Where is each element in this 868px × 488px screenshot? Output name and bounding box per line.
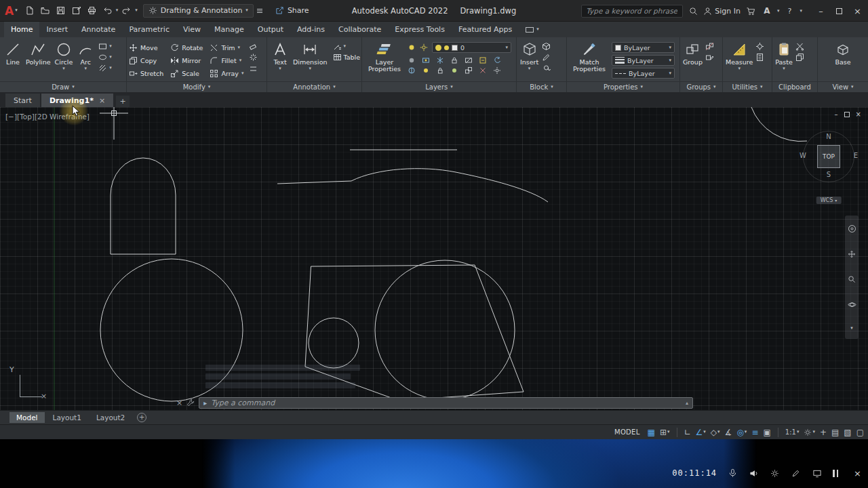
drawn-door-shape[interactable] xyxy=(111,158,176,254)
group-tool[interactable]: Group xyxy=(683,40,703,66)
layer-isolate-icon[interactable] xyxy=(422,56,430,64)
save-as-button[interactable] xyxy=(69,3,83,18)
move-tool[interactable]: Move xyxy=(129,43,163,52)
selection-cycling-toggle[interactable]: ▣ xyxy=(763,428,770,437)
workspace-switching-button[interactable]: ▾ xyxy=(804,428,815,436)
share-button[interactable]: Share xyxy=(275,6,309,15)
tab-output[interactable]: Output xyxy=(251,22,290,37)
drawn-circle-right[interactable] xyxy=(375,260,515,400)
stretch-tool[interactable]: Stretch xyxy=(129,69,163,78)
layer-match-icon[interactable] xyxy=(420,43,428,52)
workspace-switcher-dropdown[interactable]: Drafting & Annotation ▾ xyxy=(143,4,254,18)
application-menu-button[interactable]: A ▾ xyxy=(0,0,22,22)
ortho-mode-toggle[interactable]: ∟ xyxy=(684,428,691,437)
viewcube[interactable]: N W E S TOP WCS ▾ xyxy=(798,126,859,214)
save-button[interactable] xyxy=(54,3,68,18)
panel-draw-label[interactable]: Draw▾ xyxy=(0,81,126,92)
edit-block-tool[interactable] xyxy=(542,53,551,62)
base-view-tool[interactable]: Base xyxy=(834,40,852,66)
ungroup-tool[interactable] xyxy=(705,42,714,51)
steering-wheel-icon[interactable] xyxy=(848,224,856,233)
tab-addins[interactable]: Add-ins xyxy=(290,22,332,37)
undo-button[interactable] xyxy=(100,3,115,18)
tab-view[interactable]: View xyxy=(176,22,208,37)
layer-unisolate-icon[interactable] xyxy=(465,56,473,64)
polar-tracking-toggle[interactable]: ∠▾ xyxy=(696,428,706,437)
layer-freeze-icon[interactable] xyxy=(436,56,444,64)
navbar-more-icon[interactable]: ▾ xyxy=(850,326,853,331)
viewcube-east[interactable]: E xyxy=(854,152,858,159)
trim-tool[interactable]: Trim▾ xyxy=(210,43,243,52)
speaker-icon[interactable] xyxy=(749,468,759,479)
layer-on-all-icon[interactable] xyxy=(450,66,458,75)
create-block-tool[interactable] xyxy=(542,42,551,51)
text-tool[interactable]: Text ▾ xyxy=(271,40,289,71)
tab-parametric[interactable]: Parametric xyxy=(122,22,176,37)
close-recording-icon[interactable]: × xyxy=(854,468,861,479)
wcs-dropdown[interactable]: WCS ▾ xyxy=(816,197,842,204)
rectangle-tool[interactable]: ▾ xyxy=(98,42,112,51)
redo-button[interactable] xyxy=(119,3,134,18)
polyline-tool[interactable]: Polyline xyxy=(26,40,51,66)
layer-lock-fade-icon[interactable] xyxy=(436,66,444,75)
object-snap-tracking-toggle[interactable]: ∡ xyxy=(725,428,732,437)
new-drawing-tab-button[interactable]: + xyxy=(116,96,130,107)
match-properties-tool[interactable]: Match Properties xyxy=(570,40,608,73)
viewcube-south[interactable]: S xyxy=(798,171,859,178)
grid-display-toggle[interactable]: ▦ xyxy=(648,428,655,437)
object-color-dropdown[interactable]: ByLayer ▾ xyxy=(612,42,675,53)
recent-commands-icon[interactable]: ▴ xyxy=(686,400,688,406)
object-snap-toggle[interactable]: ◎▾ xyxy=(736,428,747,437)
redo-dropdown-icon[interactable]: ▾ xyxy=(135,8,138,13)
autodesk-app-icon[interactable]: A xyxy=(761,3,773,18)
file-tab-start[interactable]: Start xyxy=(5,94,40,107)
layer-state-icon[interactable] xyxy=(408,43,416,52)
table-tool[interactable]: Table xyxy=(333,53,361,62)
minimize-button[interactable]: – xyxy=(812,0,830,22)
drawn-circle-small[interactable] xyxy=(309,318,359,368)
annotation-monitor-toggle[interactable]: + xyxy=(820,428,827,437)
chevron-down-icon[interactable]: ▾ xyxy=(800,9,802,14)
zoom-icon[interactable] xyxy=(848,275,856,283)
search-input[interactable]: Type a keyword or phrase xyxy=(581,5,683,18)
command-close-icon[interactable]: × xyxy=(176,399,182,407)
panel-clipboard-label[interactable]: Clipboard xyxy=(772,81,817,92)
circle-tool[interactable]: Circle ▾ xyxy=(55,40,73,71)
undo-dropdown-icon[interactable]: ▾ xyxy=(116,8,119,13)
offset-tool[interactable] xyxy=(249,64,258,73)
settings-gear-icon[interactable] xyxy=(770,468,780,479)
layer-delete-icon[interactable] xyxy=(479,66,487,75)
plot-button[interactable] xyxy=(85,3,99,18)
panel-view-label[interactable]: View▾ xyxy=(818,81,868,92)
erase-tool[interactable] xyxy=(249,42,258,51)
panel-groups-label[interactable]: Groups▾ xyxy=(680,81,722,92)
copy-clip-tool[interactable] xyxy=(795,53,804,62)
id-point-tool[interactable] xyxy=(755,42,764,51)
ellipse-tool[interactable]: ▾ xyxy=(98,53,112,62)
quick-properties-toggle[interactable]: ▤ xyxy=(831,428,839,437)
tab-home[interactable]: Home xyxy=(4,22,39,37)
arc-tool[interactable]: Arc ▾ xyxy=(77,40,94,71)
fillet-tool[interactable]: Fillet▾ xyxy=(210,56,243,65)
close-button[interactable]: × xyxy=(848,0,867,22)
insert-block-tool[interactable]: Insert ▾ xyxy=(520,40,538,71)
clean-screen-toggle[interactable]: ▢ xyxy=(856,428,864,437)
chevron-down-icon[interactable]: ▾ xyxy=(777,9,780,14)
panel-utilities-label[interactable]: Utilities▾ xyxy=(723,81,772,92)
layer-lock-icon[interactable] xyxy=(450,56,458,64)
layer-properties-tool[interactable]: Layer Properties xyxy=(366,40,403,73)
sign-in-button[interactable]: Sign In xyxy=(703,7,741,16)
linetype-dropdown[interactable]: ByLayer ▾ xyxy=(612,68,675,79)
pen-icon[interactable] xyxy=(791,468,801,479)
help-icon[interactable]: ? xyxy=(783,3,795,18)
navigation-bar[interactable]: ▾ xyxy=(845,216,859,339)
viewcube-west[interactable]: W xyxy=(800,152,806,159)
new-file-button[interactable] xyxy=(22,3,37,18)
drawing-minimize-icon[interactable]: – xyxy=(835,110,838,118)
hatch-tool[interactable]: ▾ xyxy=(98,64,112,73)
explode-tool[interactable] xyxy=(249,53,258,62)
snap-mode-toggle[interactable]: ⊞▾ xyxy=(660,428,670,437)
layer-settings-icon[interactable] xyxy=(493,66,501,75)
app-store-cart-icon[interactable] xyxy=(745,3,757,18)
panel-modify-label[interactable]: Modify▾ xyxy=(127,81,267,92)
